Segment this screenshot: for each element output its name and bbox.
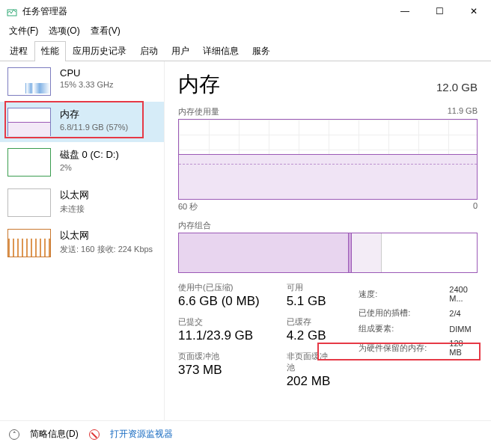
detail-form-label: 组成要素:: [359, 322, 448, 336]
sidebar: CPU 15% 3.33 GHz 内存 6.8/11.9 GB (57%) 磁盘…: [0, 61, 165, 420]
sidebar-eth2-label: 以太网: [60, 229, 153, 242]
cpu-thumb-icon: [7, 67, 51, 96]
stat-cached-label: 已缓存: [287, 316, 331, 328]
sidebar-eth2-sub: 发送: 160 接收: 224 Kbps: [60, 244, 153, 255]
stat-committed-label: 已提交: [178, 316, 260, 328]
detail-speed-value: 2400 M...: [449, 283, 476, 304]
sidebar-eth1-sub: 未连接: [60, 203, 89, 215]
stat-cached-value: 4.2 GB: [287, 328, 331, 343]
sidebar-item-cpu[interactable]: CPU 15% 3.33 GHz: [0, 61, 164, 102]
usage-chart-label: 内存使用量: [178, 106, 219, 117]
detail-slots-value: 2/4: [449, 306, 476, 320]
sidebar-eth1-label: 以太网: [60, 188, 89, 202]
main-panel: 内存 12.0 GB 内存使用量 11.9 GB 60 秒 0 内存组合 使: [165, 61, 491, 420]
menu-options[interactable]: 选项(O): [44, 23, 84, 39]
stat-paged-value: 373 MB: [178, 363, 260, 378]
stat-nonpaged-value: 202 MB: [287, 374, 331, 389]
tab-processes[interactable]: 进程: [3, 41, 34, 61]
tab-startup[interactable]: 启动: [133, 41, 165, 61]
memory-composition-chart[interactable]: [178, 233, 478, 273]
tab-app-history[interactable]: 应用历史记录: [66, 41, 133, 61]
sidebar-item-disk[interactable]: 磁盘 0 (C: D:) 2%: [0, 142, 164, 182]
x-axis-right: 0: [473, 201, 478, 212]
tab-services[interactable]: 服务: [246, 41, 277, 61]
composition-label: 内存组合: [178, 220, 211, 231]
sidebar-cpu-label: CPU: [60, 67, 114, 79]
minimize-button[interactable]: —: [388, 0, 422, 22]
sidebar-memory-sub: 6.8/11.9 GB (57%): [60, 123, 128, 132]
tab-performance[interactable]: 性能: [34, 41, 66, 61]
detail-form-value: DIMM: [449, 322, 476, 336]
open-resource-monitor-link[interactable]: 打开资源监视器: [110, 428, 173, 441]
resource-monitor-icon: [89, 429, 100, 440]
close-button[interactable]: ✕: [457, 0, 491, 22]
stat-paged-label: 页面缓冲池: [178, 351, 260, 362]
stat-avail-value: 5.1 GB: [287, 294, 331, 309]
detail-speed-label: 速度:: [359, 283, 448, 304]
title-bar: 任务管理器 — ☐ ✕: [0, 0, 491, 22]
sidebar-item-memory[interactable]: 内存 6.8/11.9 GB (57%): [0, 102, 164, 142]
stat-nonpaged-label: 非页面缓冲池: [287, 351, 331, 373]
segment-standby: [352, 233, 382, 272]
tab-users[interactable]: 用户: [165, 41, 196, 61]
chevron-up-icon[interactable]: ˄: [9, 429, 19, 440]
sidebar-item-ethernet-1[interactable]: 以太网 未连接: [0, 182, 164, 223]
disk-thumb-icon: [7, 148, 51, 177]
tab-details[interactable]: 详细信息: [196, 41, 246, 61]
stat-inuse-value: 6.6 GB (0 MB): [178, 294, 260, 309]
stat-inuse-label: 使用中(已压缩): [178, 282, 260, 293]
sidebar-cpu-sub: 15% 3.33 GHz: [60, 80, 114, 89]
sidebar-item-ethernet-2[interactable]: 以太网 发送: 160 接收: 224 Kbps: [0, 223, 164, 263]
window-title: 任务管理器: [22, 5, 67, 18]
detail-reserved-label: 为硬件保留的内存:: [359, 337, 448, 358]
menu-file[interactable]: 文件(F): [4, 23, 43, 39]
ethernet2-thumb-icon: [7, 229, 51, 257]
sidebar-disk-label: 磁盘 0 (C: D:): [60, 148, 119, 162]
detail-slots-label: 已使用的插槽:: [359, 306, 448, 320]
app-icon: [6, 5, 18, 17]
tab-bar: 进程 性能 应用历史记录 启动 用户 详细信息 服务: [0, 40, 491, 61]
stat-committed-value: 11.1/23.9 GB: [178, 328, 260, 343]
sidebar-disk-sub: 2%: [60, 163, 119, 172]
segment-in-use: [179, 233, 349, 272]
fewer-details-link[interactable]: 简略信息(D): [30, 428, 79, 441]
usage-chart-max: 11.9 GB: [448, 106, 478, 117]
menu-bar: 文件(F) 选项(O) 查看(V): [0, 22, 491, 39]
page-title: 内存: [178, 70, 220, 99]
footer: ˄ 简略信息(D) 打开资源监视器: [0, 420, 491, 447]
memory-usage-chart[interactable]: [178, 119, 478, 200]
maximize-button[interactable]: ☐: [422, 0, 457, 22]
memory-thumb-icon: [7, 108, 51, 136]
stat-avail-label: 可用: [287, 282, 331, 293]
sidebar-memory-label: 内存: [60, 108, 128, 121]
x-axis-left: 60 秒: [178, 201, 198, 212]
menu-view[interactable]: 查看(V): [86, 23, 125, 39]
detail-reserved-value: 128 MB: [449, 337, 476, 358]
memory-total: 12.0 GB: [436, 81, 478, 93]
memory-details-table: 速度:2400 M... 已使用的插槽:2/4 组成要素:DIMM 为硬件保留的…: [357, 282, 478, 360]
segment-free: [382, 233, 477, 272]
ethernet-thumb-icon: [7, 188, 51, 217]
